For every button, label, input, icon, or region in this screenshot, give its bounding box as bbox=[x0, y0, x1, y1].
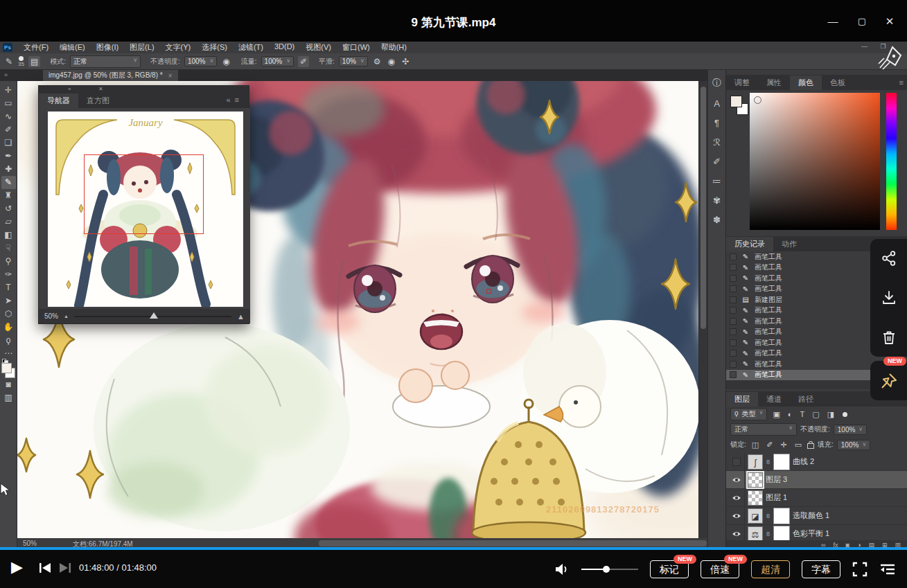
next-button[interactable] bbox=[58, 562, 72, 573]
history-source-well[interactable] bbox=[730, 339, 737, 346]
menu-item[interactable]: 编辑(E) bbox=[54, 42, 91, 53]
menu-item[interactable]: 窗口(W) bbox=[337, 42, 376, 53]
video-frame[interactable]: Ps 文件(F)编辑(E)图像(I)图层(L)文字(Y)选择(S)滤镜(T)3D… bbox=[0, 42, 907, 549]
player-button[interactable]: 字幕 bbox=[802, 560, 840, 578]
history-source-well[interactable] bbox=[730, 371, 737, 378]
layer-filter-icon[interactable]: ▢ bbox=[810, 410, 821, 419]
layer-fill-select[interactable]: 100% ∨ bbox=[837, 440, 870, 450]
menu-item[interactable]: 文字(Y) bbox=[160, 42, 197, 53]
panel-menu-icon[interactable]: ≡ bbox=[899, 78, 904, 87]
panel-icon[interactable]: ⓘ bbox=[710, 77, 725, 89]
layer-mask-thumbnail[interactable] bbox=[773, 454, 790, 470]
panel-icon[interactable]: ℛ bbox=[710, 137, 725, 148]
history-source-well[interactable] bbox=[730, 307, 737, 314]
menu-item[interactable]: 3D(D) bbox=[269, 42, 300, 53]
volume-slider[interactable] bbox=[581, 569, 638, 570]
close-button[interactable]: ✕ bbox=[879, 12, 900, 31]
history-source-well[interactable] bbox=[730, 318, 737, 325]
color-swatches[interactable] bbox=[1, 363, 15, 378]
play-button[interactable]: ▶ bbox=[11, 558, 23, 576]
layer-visibility-toggle[interactable] bbox=[729, 507, 745, 524]
history-source-well[interactable] bbox=[730, 275, 737, 282]
navigator-thumbnail[interactable]: January bbox=[48, 112, 243, 307]
panel-icon[interactable]: ¶ bbox=[710, 118, 725, 128]
menu-item[interactable]: 选择(S) bbox=[196, 42, 233, 53]
tool-button[interactable]: ✛ bbox=[1, 84, 16, 97]
brush-size-widget[interactable]: 35 bbox=[18, 56, 24, 67]
tool-button[interactable]: ✎ bbox=[1, 176, 16, 189]
zoom-out-icon[interactable]: ▲ bbox=[64, 314, 69, 319]
layer-mask-thumbnail[interactable] bbox=[773, 526, 790, 542]
navigator-zoom-value[interactable]: 50% bbox=[44, 312, 58, 320]
layer-filter-icon[interactable]: ◐ bbox=[786, 410, 795, 418]
tool-button[interactable]: ◧ bbox=[1, 229, 16, 242]
menu-item[interactable]: 图层(L) bbox=[124, 42, 159, 53]
history-source-well[interactable] bbox=[730, 285, 737, 292]
tool-button[interactable]: ✑ bbox=[1, 268, 16, 281]
previous-button[interactable] bbox=[38, 562, 52, 573]
panel-tab[interactable]: 属性 bbox=[758, 75, 790, 90]
layer-row[interactable]: 图层 3 bbox=[726, 471, 907, 489]
document-tab[interactable]: img457.jpg @ 50% (图层 3, RGB/8) * × bbox=[43, 70, 178, 81]
panel-icon[interactable]: ✽ bbox=[710, 215, 725, 225]
player-button[interactable]: 倍速 NEW bbox=[701, 560, 739, 578]
menu-item[interactable]: 文件(F) bbox=[18, 42, 54, 53]
download-icon[interactable] bbox=[881, 289, 897, 306]
history-source-well[interactable] bbox=[730, 296, 737, 303]
tab-chevrons-icon[interactable]: » bbox=[4, 71, 8, 78]
layer-filter-icon[interactable]: T bbox=[798, 410, 807, 418]
layer-thumbnail[interactable]: ◪ bbox=[748, 508, 763, 524]
brush-panel-toggle-icon[interactable]: ▤ bbox=[28, 56, 40, 67]
layer-filter-select[interactable]: ϙ 类型 ∨ bbox=[730, 408, 767, 420]
layer-filter-icon[interactable]: ◨ bbox=[825, 410, 836, 419]
hue-strip[interactable] bbox=[886, 93, 897, 230]
brush-preset-icon[interactable]: ✎ bbox=[4, 57, 14, 66]
layer-row[interactable]: ʃ 8 曲线 2 bbox=[726, 453, 907, 471]
layer-thumbnail[interactable]: ʃ bbox=[748, 454, 763, 470]
lock-option-icon[interactable]: ◫ bbox=[750, 440, 761, 449]
smoothing-options-gear-icon[interactable]: ⚙ bbox=[372, 57, 382, 66]
navigator-collapse-menu-icons[interactable]: «≡ bbox=[226, 96, 243, 104]
horizontal-scroll-thumb[interactable] bbox=[319, 540, 707, 546]
airbrush-icon[interactable]: ✐ bbox=[298, 56, 309, 67]
layer-filter-icon[interactable]: ▣ bbox=[770, 410, 782, 419]
tool-button[interactable]: ↺ bbox=[1, 202, 16, 215]
tool-button[interactable]: ✒ bbox=[1, 150, 16, 163]
tool-button[interactable]: ❏ bbox=[1, 136, 16, 150]
layer-visibility-toggle[interactable] bbox=[729, 453, 745, 470]
navigator-tab[interactable]: 导航器 bbox=[39, 93, 78, 108]
smoothing-select[interactable]: 10%∨ bbox=[339, 56, 368, 66]
panel-icon[interactable]: ✾ bbox=[710, 195, 725, 206]
trash-icon[interactable] bbox=[881, 329, 897, 346]
lock-all-icon[interactable] bbox=[807, 443, 814, 449]
tool-button[interactable]: ➤ bbox=[1, 294, 16, 308]
toolbar-extra-icon[interactable]: ◙ bbox=[1, 378, 16, 391]
history-source-well[interactable] bbox=[730, 350, 737, 357]
menu-item[interactable]: 图像(I) bbox=[91, 42, 124, 53]
vertical-scroll-thumb[interactable] bbox=[701, 87, 706, 329]
layer-opacity-select[interactable]: 100% ∨ bbox=[834, 425, 867, 435]
lock-option-icon[interactable]: ✛ bbox=[778, 440, 789, 449]
layer-mask-thumbnail[interactable] bbox=[773, 508, 790, 524]
menu-item[interactable]: 帮助(H) bbox=[376, 42, 412, 53]
fg-bg-swatches[interactable] bbox=[730, 96, 748, 115]
filter-pin-icon[interactable] bbox=[843, 412, 847, 417]
tool-button[interactable]: ♜ bbox=[1, 189, 16, 202]
history-source-well[interactable] bbox=[730, 328, 737, 335]
panel-icon[interactable]: ≔ bbox=[710, 176, 725, 186]
tool-button[interactable]: ∿ bbox=[1, 110, 16, 123]
tool-button[interactable]: ✐ bbox=[1, 123, 16, 136]
menu-item[interactable]: 滤镜(T) bbox=[233, 42, 269, 53]
zoom-level[interactable]: 50% bbox=[23, 540, 37, 547]
panel-icon[interactable]: ✐ bbox=[710, 157, 725, 167]
saturation-brightness-box[interactable] bbox=[750, 93, 880, 230]
panel-close-icon[interactable]: ✕ bbox=[98, 86, 103, 92]
tool-button[interactable]: ⚲ bbox=[1, 255, 16, 268]
panel-tab[interactable]: 色板 bbox=[822, 75, 854, 90]
navigator-zoom-slider[interactable] bbox=[74, 316, 231, 317]
panel-tab[interactable]: 图层 bbox=[726, 392, 758, 407]
tool-button[interactable]: ✚ bbox=[1, 163, 16, 176]
zoom-slider-thumb[interactable] bbox=[150, 312, 158, 319]
menu-item[interactable]: 视图(V) bbox=[300, 42, 337, 53]
layer-thumbnail[interactable]: ⚖ bbox=[748, 526, 763, 542]
